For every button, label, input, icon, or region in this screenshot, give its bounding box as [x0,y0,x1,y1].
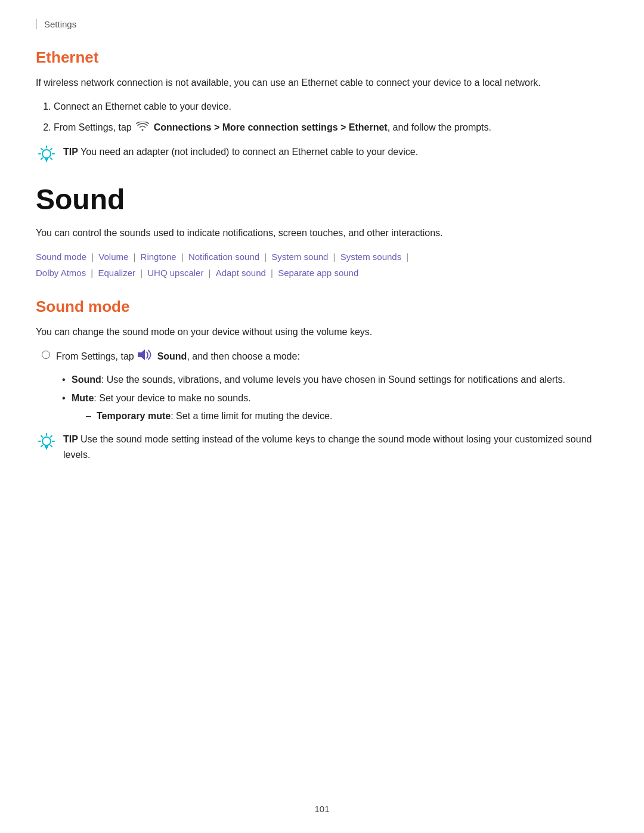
link-volume[interactable]: Volume [98,252,128,262]
ethernet-tip-text: TIP You need an adapter (not included) t… [63,144,418,160]
sound-mode-item-sound: Sound: Use the sounds, vibrations, and v… [62,372,608,388]
mute-sub-list: Temporary mute: Set a time limit for mut… [86,408,608,424]
svg-line-20 [41,445,42,447]
breadcrumb: Settings [36,19,608,29]
link-uhq[interactable]: UHQ upscaler [147,268,203,278]
sound-mode-tip-text: TIP Use the sound mode setting instead o… [63,432,608,462]
ethernet-intro: If wireless network connection is not av… [36,75,608,91]
page: Settings Ethernet If wireless network co… [0,0,644,833]
sound-mode-item-mute: Mute: Set your device to make no sounds.… [62,391,608,423]
sound-mode-list: Sound: Use the sounds, vibrations, and v… [62,372,608,424]
svg-rect-10 [45,159,48,160]
svg-line-17 [41,436,42,437]
link-equalizer[interactable]: Equalizer [98,268,135,278]
ethernet-step-1: Connect an Ethernet cable to your device… [54,99,608,114]
svg-line-7 [51,148,52,150]
link-ringtone[interactable]: Ringtone [141,252,177,262]
svg-line-5 [41,148,42,150]
settings-text: Settings [44,19,76,29]
svg-rect-22 [45,447,48,448]
svg-rect-21 [45,445,48,447]
svg-line-18 [51,445,52,447]
tip-bulb-icon [36,145,57,166]
ethernet-step-2: From Settings, tap Connections > More co… [54,120,608,136]
svg-line-8 [41,158,42,159]
sound-mode-title: Sound mode [36,298,608,316]
ethernet-tip: TIP You need an adapter (not included) t… [36,144,608,166]
sound-mode-step: From Settings, tap Sound, and then choos… [42,348,608,366]
ethernet-steps: Connect an Ethernet cable to your device… [54,99,608,136]
link-adapt-sound[interactable]: Adapt sound [216,268,266,278]
sound-mode-step-text: From Settings, tap Sound, and then choos… [56,348,300,366]
sound-icon [137,348,152,366]
sound-mode-intro: You can change the sound mode on your de… [36,324,608,340]
svg-line-6 [51,158,52,159]
page-number: 101 [314,804,329,814]
sound-links: Sound mode | Volume | Ringtone | Notific… [36,249,608,281]
link-system-sound[interactable]: System sound [271,252,328,262]
link-sound-mode[interactable]: Sound mode [36,252,86,262]
link-notification-sound[interactable]: Notification sound [188,252,259,262]
sound-mode-tip: TIP Use the sound mode setting instead o… [36,432,608,462]
link-system-sounds[interactable]: System sounds [340,252,402,262]
ethernet-title: Ethernet [36,48,608,67]
wifi-icon [136,120,149,136]
svg-line-19 [51,436,52,437]
tip-bulb-icon-2 [36,432,57,454]
sound-title: Sound [36,183,608,216]
link-separate-app-sound[interactable]: Separate app sound [278,268,358,278]
link-dolby[interactable]: Dolby Atmos [36,268,86,278]
circle-bullet-icon [42,351,50,359]
sound-intro: You can control the sounds used to indic… [36,225,608,241]
svg-marker-11 [138,349,145,360]
sound-mode-item-temp-mute: Temporary mute: Set a time limit for mut… [86,408,608,424]
svg-point-0 [42,150,51,158]
svg-point-12 [42,437,51,445]
svg-rect-9 [45,158,48,159]
